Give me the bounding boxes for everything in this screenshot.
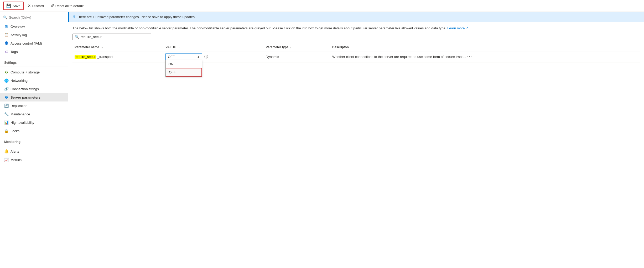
param-search-input[interactable] [81,35,149,39]
description-text: The below list shows both the modifiable… [68,22,644,34]
replication-icon: 🔄 [4,104,8,108]
param-name-highlight: require_secur [75,55,96,59]
compute-storage-icon: ⚙ [4,70,8,74]
sidebar-item-label: High availability [11,121,34,125]
col-header-description: Descripton [330,43,640,51]
value-dropdown[interactable]: OFF ▲ [165,53,202,60]
sidebar-item-label: Alerts [11,149,19,153]
chevron-up-icon: ▲ [197,55,200,58]
sidebar-item-overview[interactable]: ⊞ Overview [0,22,68,31]
sidebar-item-maintenance[interactable]: 🔧 Maintenance [0,110,68,118]
sidebar-item-label: Overview [11,25,25,29]
alerts-icon: 🔔 [4,149,8,153]
save-icon: 💾 [6,3,11,8]
sidebar-search-input[interactable] [9,15,65,19]
sidebar-item-access-control[interactable]: 👤 Access control (IAM) [0,39,68,47]
param-table-wrapper: Parameter name ↑↓ VALUE ↑↓ Parameter typ… [68,43,644,62]
sidebar-divider-1 [0,57,68,57]
table-header-row: Parameter name ↑↓ VALUE ↑↓ Parameter typ… [72,43,640,51]
cell-param-type: Dynamic [264,51,330,62]
value-dropdown-wrapper: OFF ▲ ON OFF [165,53,202,60]
discard-button[interactable]: ✕ Discard [25,2,47,10]
sidebar-divider-4 [0,146,68,146]
reset-button[interactable]: ↺ Reset all to default [48,2,87,10]
metrics-icon: 📈 [4,158,8,162]
high-availability-icon: 📊 [4,120,8,125]
connection-strings-icon: 🔗 [4,87,8,91]
sidebar-item-replication[interactable]: 🔄 Replication [0,101,68,110]
dropdown-menu: ON OFF [165,60,202,77]
col-header-value[interactable]: VALUE ↑↓ [163,43,263,51]
dropdown-option-on[interactable]: ON [166,60,202,68]
cell-description: Whether client connections to the server… [330,51,640,62]
sidebar-item-activity-log[interactable]: 📋 Activity log [0,31,68,39]
locks-icon: 🔒 [4,129,8,133]
sidebar-item-label: Server parameters [11,95,40,99]
more-options-button[interactable]: ··· [467,54,472,59]
cell-param-name: require_secure_transport [72,51,163,62]
settings-section-label: Settings [0,58,68,66]
save-button[interactable]: 💾 Save [3,2,24,10]
sort-icon-param-name: ↑↓ [101,46,103,49]
sidebar-item-label: Compute + storage [11,70,40,74]
sidebar-item-high-availability[interactable]: 📊 High availability [0,118,68,127]
sidebar-item-alerts[interactable]: 🔔 Alerts [0,147,68,156]
sidebar-item-connection-strings[interactable]: 🔗 Connection strings [0,85,68,93]
tags-icon: 🏷 [4,50,8,54]
reset-icon: ↺ [51,3,54,8]
param-info-button[interactable]: ⓘ [204,55,208,59]
access-control-icon: 👤 [4,41,8,45]
sidebar-search-bar[interactable]: 🔍 [0,14,68,21]
sidebar-item-networking[interactable]: 🌐 Networking [0,76,68,85]
learn-more-link[interactable]: Learn more ↗ [447,26,469,30]
sidebar-search-icon: 🔍 [3,15,7,19]
monitoring-section-label: Monitoring [0,137,68,145]
dropdown-selected-value: OFF [168,55,175,59]
banner-message: There are 1 unsaved parameter changes. P… [77,15,196,19]
param-name-text: require_secure_transport [75,55,113,59]
discard-label: Discard [32,4,44,8]
sidebar-item-label: Maintenance [11,112,30,116]
info-banner: ℹ There are 1 unsaved parameter changes.… [68,12,644,22]
toolbar: 💾 Save ✕ Discard ↺ Reset all to default [0,0,644,12]
networking-icon: 🌐 [4,78,8,83]
param-search-bar[interactable]: 🔍 [72,34,151,40]
sidebar-item-tags[interactable]: 🏷 Tags [0,47,68,56]
sort-icon-param-type: ↑↓ [290,46,293,49]
cell-value: OFF ▲ ON OFF ⓘ [163,51,263,62]
col-header-param-name[interactable]: Parameter name ↑↓ [72,43,163,51]
param-type-value: Dynamic [266,55,279,59]
sidebar-item-compute-storage[interactable]: ⚙ Compute + storage [0,68,68,76]
overview-icon: ⊞ [4,24,8,29]
sidebar-item-label: Activity log [11,33,27,37]
desc-main-text: The below list shows both the modifiable… [72,26,446,30]
col-header-param-type[interactable]: Parameter type ↑↓ [264,43,330,51]
param-search-icon: 🔍 [75,35,79,39]
maintenance-icon: 🔧 [4,112,8,116]
sidebar-item-label: Locks [11,129,19,133]
sidebar-item-label: Networking [11,79,28,83]
param-table: Parameter name ↑↓ VALUE ↑↓ Parameter typ… [72,43,640,62]
sidebar-item-metrics[interactable]: 📈 Metrics [0,156,68,164]
sidebar-item-label: Access control (IAM) [11,41,42,45]
main-layout: 🔍 ⊞ Overview 📋 Activity log 👤 Access con… [0,12,644,268]
sidebar-item-locks[interactable]: 🔒 Locks [0,127,68,135]
discard-icon: ✕ [28,3,31,8]
server-params-icon: ⚙ [4,95,8,99]
sidebar-item-label: Tags [11,50,18,54]
save-label: Save [13,4,20,8]
reset-label: Reset all to default [55,4,84,8]
sidebar-item-label: Connection strings [11,87,39,91]
dropdown-option-off[interactable]: OFF [166,68,202,77]
sidebar-divider-3 [0,136,68,136]
sidebar-item-label: Replication [11,104,27,108]
description-value: Whether client connections to the server… [332,55,466,59]
sidebar-divider-2 [0,67,68,67]
content-area: ℹ There are 1 unsaved parameter changes.… [68,12,644,268]
sidebar-item-label: Metrics [11,158,22,162]
param-name-suffix: e_transport [96,55,113,59]
sidebar-item-server-parameters[interactable]: ⚙ Server parameters [0,93,68,101]
sidebar: 🔍 ⊞ Overview 📋 Activity log 👤 Access con… [0,12,68,268]
activity-log-icon: 📋 [4,33,8,37]
sort-icon-value: ↑↓ [177,46,180,49]
